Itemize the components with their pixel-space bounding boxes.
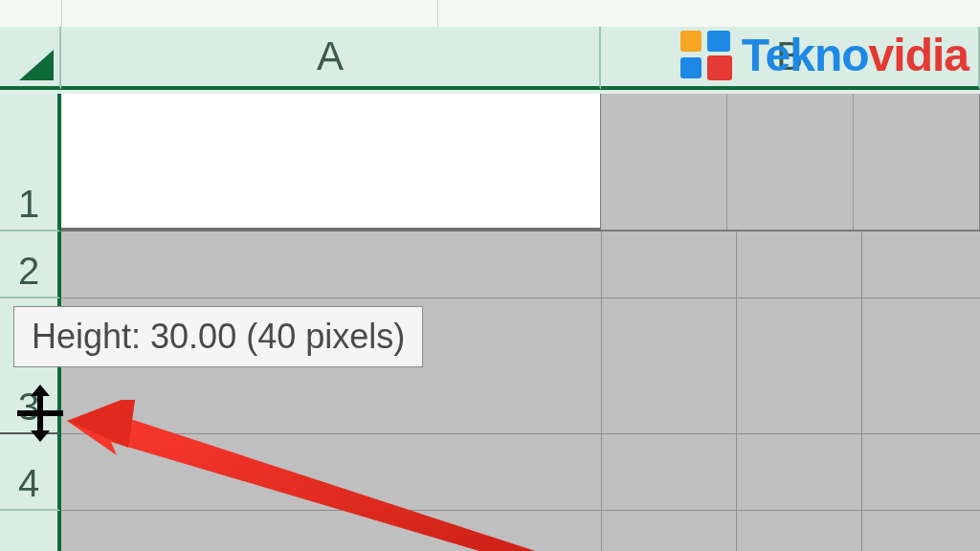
cells-right-row1[interactable]: [601, 94, 980, 231]
formula-bar-strip: [0, 0, 980, 27]
cells-row2[interactable]: [61, 231, 980, 298]
row-1: 1: [0, 94, 980, 231]
row-height-tooltip: Height: 30.00 (40 pixels): [13, 306, 423, 367]
row-header-4[interactable]: 4: [0, 434, 61, 511]
cells-row5[interactable]: [61, 511, 980, 551]
row-header-1[interactable]: 1: [0, 94, 61, 231]
cells-row4[interactable]: [61, 434, 980, 511]
row-2: 2: [0, 231, 980, 298]
row-4: 4: [0, 434, 980, 511]
select-all-triangle[interactable]: [0, 27, 61, 90]
row-5: [0, 511, 980, 551]
column-header-a[interactable]: A: [61, 27, 601, 90]
watermark-text: Teknovidia: [742, 29, 969, 81]
row-header-5[interactable]: [0, 511, 61, 551]
spreadsheet-view: A B 1 2 3: [0, 0, 980, 551]
cell-a1[interactable]: [61, 94, 601, 231]
watermark-icon: [680, 31, 736, 80]
row-header-2[interactable]: 2: [0, 231, 61, 298]
watermark-logo: Teknovidia: [680, 29, 969, 81]
